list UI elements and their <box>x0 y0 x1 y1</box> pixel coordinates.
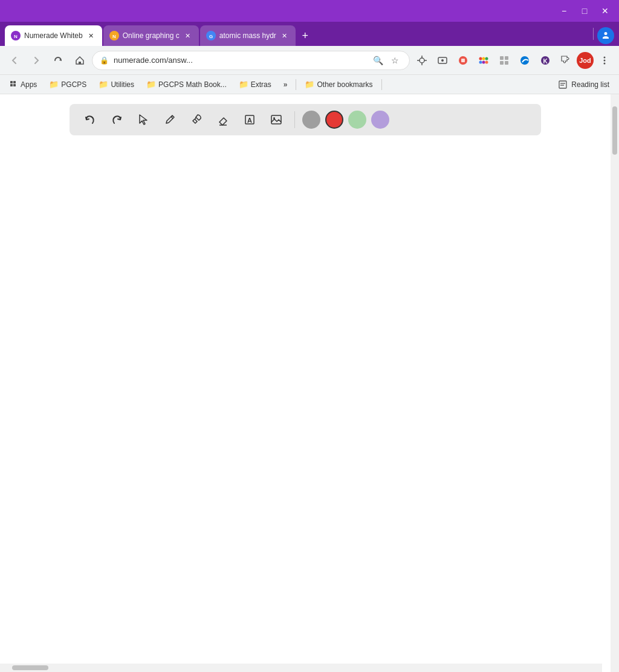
svg-rect-23 <box>500 56 504 60</box>
tab-label-graphing: Online graphing c <box>123 31 180 40</box>
tab-close-atomic[interactable]: ✕ <box>280 31 290 40</box>
profile-icon[interactable]: Jod <box>577 52 594 69</box>
text-tool-button[interactable]: A <box>239 109 261 131</box>
bottom-scrollbar[interactable] <box>0 664 602 672</box>
bookmarksbar: Apps 📁 PGCPS 📁 Utilities 📁 PGCPS Math Bo… <box>0 75 619 94</box>
color-gray[interactable] <box>302 111 320 129</box>
page-area: A <box>0 94 619 672</box>
svg-rect-7 <box>79 62 81 64</box>
tab-favicon-numerade: N <box>11 31 21 40</box>
tab-atomic[interactable]: G atomic mass hydr ✕ <box>200 25 296 46</box>
tab-favicon-graphing: N <box>109 31 119 40</box>
back-button[interactable] <box>5 51 24 70</box>
lock-icon: 🔒 <box>100 56 109 65</box>
color-green[interactable] <box>348 111 366 129</box>
pencil-tool-button[interactable] <box>159 109 181 131</box>
color-red[interactable] <box>325 111 343 129</box>
tools-button[interactable] <box>186 109 207 131</box>
extension-icon-k[interactable]: K <box>536 51 555 70</box>
scrollbar-thumb[interactable] <box>612 106 617 155</box>
extension-icon-5[interactable] <box>494 51 514 70</box>
bookmark-utilities[interactable]: 📁 Utilities <box>94 78 139 91</box>
svg-point-8 <box>420 58 424 63</box>
svg-point-20 <box>479 60 482 63</box>
folder-icon-other: 📁 <box>305 80 314 89</box>
bookmark-extras-label: Extras <box>251 80 271 89</box>
tab-numerade[interactable]: N Numerade Whiteb ✕ <box>5 25 102 46</box>
svg-text:K: K <box>543 58 548 65</box>
page-content: A <box>0 94 611 672</box>
home-button[interactable] <box>70 51 89 70</box>
svg-point-14 <box>441 59 444 62</box>
svg-point-19 <box>485 57 488 60</box>
refresh-button[interactable] <box>48 51 68 70</box>
tab-favicon-atomic: G <box>206 31 216 40</box>
whiteboard-toolbar: A <box>70 104 541 135</box>
select-tool-button[interactable] <box>132 109 154 131</box>
svg-point-17 <box>479 57 482 60</box>
folder-icon-utilities: 📁 <box>99 80 108 89</box>
svg-rect-37 <box>559 81 566 88</box>
profile-tab-button[interactable] <box>597 27 614 44</box>
titlebar-controls: − □ ✕ <box>555 5 614 17</box>
forward-button[interactable] <box>27 51 46 70</box>
svg-rect-24 <box>505 56 508 60</box>
folder-icon-pgcps-math: 📁 <box>146 80 156 89</box>
svg-rect-25 <box>500 61 504 65</box>
svg-text:A: A <box>247 117 252 124</box>
close-button[interactable]: ✕ <box>596 5 614 17</box>
svg-line-40 <box>171 117 173 118</box>
undo-button[interactable] <box>79 109 101 131</box>
bookmark-apps[interactable]: Apps <box>5 79 42 91</box>
bookmark-pgcps-math[interactable]: 📁 PGCPS Math Book... <box>141 78 232 91</box>
bookmark-pgcps-math-label: PGCPS Math Book... <box>158 80 227 89</box>
svg-line-41 <box>195 117 196 119</box>
svg-point-21 <box>482 60 485 63</box>
svg-point-30 <box>604 56 606 58</box>
bookmark-pgcps[interactable]: 📁 PGCPS <box>44 78 91 91</box>
svg-text:N: N <box>14 34 18 39</box>
extension-icon-4[interactable] <box>474 51 493 70</box>
bookmark-other[interactable]: 📁 Other bookmarks <box>300 78 377 91</box>
menu-button[interactable] <box>595 51 614 70</box>
svg-point-22 <box>485 60 488 63</box>
svg-text:N: N <box>112 34 116 39</box>
apps-icon <box>10 80 18 89</box>
eraser-tool-button[interactable] <box>212 109 234 131</box>
address-bar[interactable]: 🔒 numerade.com/answ... 🔍 ☆ <box>92 51 410 70</box>
tab-close-graphing[interactable]: ✕ <box>183 31 193 40</box>
reading-list-button[interactable]: Reading list <box>553 78 614 91</box>
tabsbar: N Numerade Whiteb ✕ N Online graphing c … <box>0 22 619 46</box>
svg-point-18 <box>482 57 485 60</box>
extension-icon-1[interactable] <box>412 51 432 70</box>
bookmark-utilities-label: Utilities <box>111 80 134 89</box>
address-search-button[interactable]: 🔍 <box>371 53 385 68</box>
color-purple[interactable] <box>371 111 389 129</box>
bottom-scrollbar-thumb[interactable] <box>12 665 48 670</box>
image-tool-button[interactable] <box>265 109 287 131</box>
tab-close-numerade[interactable]: ✕ <box>86 31 96 40</box>
extension-icon-2[interactable] <box>433 51 452 70</box>
new-tab-button[interactable]: + <box>297 27 314 44</box>
svg-point-31 <box>604 59 606 61</box>
reading-list-icon <box>558 80 568 89</box>
extensions-puzzle-button[interactable] <box>556 51 575 70</box>
extension-icon-3[interactable] <box>453 51 473 70</box>
address-star-button[interactable]: ☆ <box>387 53 402 68</box>
minimize-button[interactable]: − <box>555 5 573 17</box>
maximize-button[interactable]: □ <box>575 5 594 17</box>
tab-graphing[interactable]: N Online graphing c ✕ <box>103 25 199 46</box>
bookmark-extras[interactable]: 📁 Extras <box>234 78 276 91</box>
extension-icon-edge[interactable] <box>515 51 534 70</box>
reading-list-label: Reading list <box>571 80 609 89</box>
bookmark-other-label: Other bookmarks <box>317 80 372 89</box>
bookmark-apps-label: Apps <box>21 80 37 89</box>
bookmark-more-button[interactable]: » <box>279 79 293 91</box>
scrollbar-track <box>611 94 619 672</box>
redo-button[interactable] <box>106 109 128 131</box>
address-text: numerade.com/answ... <box>114 56 366 65</box>
tab-label-numerade: Numerade Whiteb <box>24 31 83 40</box>
navbar: 🔒 numerade.com/answ... 🔍 ☆ <box>0 46 619 75</box>
svg-rect-33 <box>10 81 13 83</box>
svg-rect-36 <box>13 84 16 86</box>
